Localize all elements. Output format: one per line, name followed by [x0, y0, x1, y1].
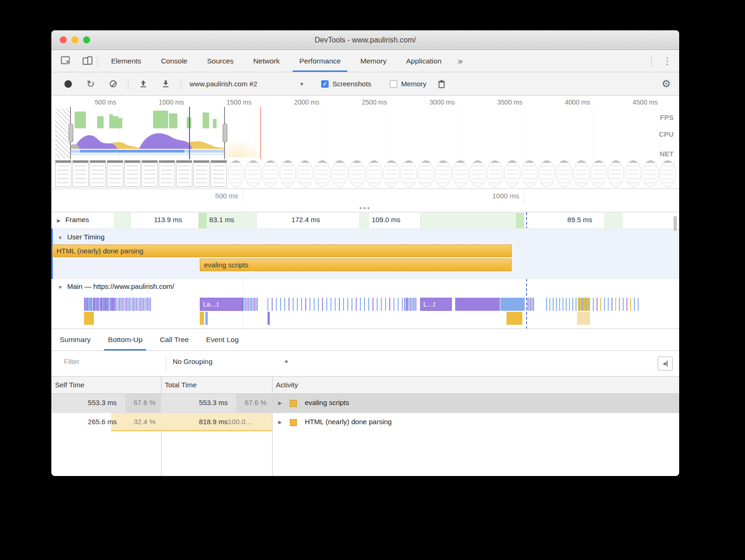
collapse-arrow-icon[interactable]: ▼ [58, 235, 63, 240]
screenshots-label[interactable]: Screenshots [332, 80, 371, 88]
selection-handle-left[interactable] [70, 107, 71, 159]
minimize-window-button[interactable] [71, 36, 78, 43]
tracks-scrollbar[interactable] [674, 216, 677, 231]
frame-block[interactable] [604, 213, 622, 228]
filmstrip-thumbnail[interactable] [159, 160, 175, 187]
filmstrip-thumbnail[interactable] [366, 160, 382, 187]
main-flame-chart[interactable]: La…t L…t [55, 298, 677, 328]
expand-arrow-icon[interactable]: ▶ [278, 420, 282, 425]
filmstrip-thumbnail[interactable] [401, 160, 417, 187]
filmstrip-thumbnail[interactable] [55, 160, 71, 187]
flame-chart-tracks[interactable]: ▶ Frames 113.9 ms83.1 ms172.4 ms109.0 ms… [51, 212, 679, 329]
frame-block[interactable] [198, 213, 207, 228]
timeline-overview[interactable]: 500 ms1000 ms1500 ms2000 ms2500 ms3000 m… [51, 96, 679, 189]
filmstrip-thumbnail[interactable] [487, 160, 503, 187]
filmstrip-thumbnail[interactable] [590, 160, 607, 187]
zoom-window-button[interactable] [83, 36, 90, 43]
filmstrip-thumbnail[interactable] [262, 160, 279, 187]
grouping-select[interactable]: No Grouping [173, 357, 212, 365]
filmstrip-thumbnail[interactable] [539, 160, 555, 187]
tab-call-tree[interactable]: Call Tree [160, 329, 189, 350]
tab-bottom-up[interactable]: Bottom-Up [108, 329, 142, 350]
filmstrip-thumbnail[interactable] [72, 160, 89, 187]
user-timing-bar[interactable]: evaling scripts [200, 259, 512, 271]
filmstrip-thumbnail[interactable] [176, 160, 192, 187]
toggle-sidebar-button[interactable]: ◀ [658, 357, 673, 371]
memory-checkbox[interactable] [390, 80, 397, 88]
panel-resize-strip[interactable]: ••• [51, 204, 679, 212]
filmstrip-thumbnail[interactable] [211, 160, 227, 187]
tab-elements[interactable]: Elements [111, 50, 141, 72]
col-total-time[interactable]: Total Time [165, 381, 197, 389]
save-profile-button[interactable] [160, 78, 171, 90]
filmstrip-thumbnail[interactable] [297, 160, 313, 187]
filmstrip-thumbnail[interactable] [193, 160, 210, 187]
tab-summary[interactable]: Summary [60, 329, 91, 350]
filmstrip-thumbnail[interactable] [504, 160, 520, 187]
filmstrip-thumbnail[interactable] [228, 160, 244, 187]
inspect-element-icon[interactable] [61, 56, 73, 66]
table-row[interactable]: 553.3 ms 67.6 % 553.3 ms 67.6 % ▶ evalin… [51, 394, 679, 413]
garbage-collect-button[interactable] [436, 78, 447, 90]
flame-event-layout[interactable]: L…t [420, 298, 452, 311]
clear-profiles-button[interactable] [107, 78, 119, 90]
frame-block[interactable] [359, 213, 369, 228]
kebab-menu-icon[interactable]: ⋮ [663, 51, 672, 71]
filmstrip-thumbnail[interactable] [245, 160, 261, 187]
filmstrip-thumbnail[interactable] [280, 160, 296, 187]
flame-segment [576, 298, 576, 311]
filmstrip-thumbnail[interactable] [141, 160, 158, 187]
frames-track[interactable]: ▶ Frames 113.9 ms83.1 ms172.4 ms109.0 ms… [51, 212, 679, 229]
filmstrip-thumbnail[interactable] [470, 160, 486, 187]
memory-label[interactable]: Memory [401, 80, 426, 88]
filmstrip-thumbnail[interactable] [383, 160, 400, 187]
filmstrip-thumbnail[interactable] [124, 160, 141, 187]
frame-block[interactable] [114, 213, 131, 228]
user-timing-track[interactable]: ▼ User Timing HTML (nearly) done parsing… [51, 229, 679, 279]
gear-icon[interactable]: ⚙ [661, 78, 671, 90]
filmstrip-thumbnail[interactable] [625, 160, 641, 187]
profile-select[interactable]: www.paulirish.com #2 ▼ [190, 80, 304, 88]
selection-handle-right[interactable] [224, 107, 225, 159]
filmstrip-thumbnail[interactable] [608, 160, 624, 187]
tab-application[interactable]: Application [406, 50, 442, 72]
col-activity[interactable]: Activity [276, 381, 298, 389]
filmstrip-thumbnail[interactable] [418, 160, 434, 187]
user-timing-bar[interactable]: HTML (nearly) done parsing [52, 245, 512, 257]
filmstrip-thumbnail[interactable] [556, 160, 572, 187]
reload-and-profile-button[interactable]: ↻ [85, 78, 96, 90]
expand-arrow-icon[interactable]: ▶ [57, 218, 61, 223]
record-button[interactable] [63, 78, 74, 90]
frame-block[interactable] [516, 213, 524, 228]
filmstrip-thumbnail[interactable] [660, 160, 676, 187]
flame-event-layout[interactable]: La…t [200, 298, 243, 311]
main-track-header[interactable]: ▼ Main — https://www.paulirish.com/ [51, 279, 679, 297]
filmstrip-thumbnail[interactable] [90, 160, 106, 187]
filmstrip-thumbnail[interactable] [642, 160, 659, 187]
filmstrip-thumbnail[interactable] [331, 160, 348, 187]
filmstrip-thumbnail[interactable] [107, 160, 123, 187]
close-window-button[interactable] [60, 36, 67, 43]
tab-sources[interactable]: Sources [207, 50, 234, 72]
tab-memory[interactable]: Memory [360, 50, 387, 72]
table-row[interactable]: 265.6 ms 32.4 % 818.9 ms 100.0… ▶ HTML (… [51, 413, 679, 432]
filmstrip-thumbnail[interactable] [521, 160, 538, 187]
expand-arrow-icon[interactable]: ▶ [278, 400, 282, 406]
tab-console[interactable]: Console [161, 50, 188, 72]
filmstrip-thumbnail[interactable] [452, 160, 469, 187]
device-toolbar-icon[interactable] [82, 56, 93, 66]
load-profile-button[interactable] [138, 78, 149, 90]
tab-event-log[interactable]: Event Log [206, 329, 239, 350]
collapse-arrow-icon[interactable]: ▼ [58, 285, 63, 290]
screenshots-checkbox[interactable]: ✓ [321, 80, 329, 88]
tab-network[interactable]: Network [253, 50, 280, 72]
filmstrip-thumbnail[interactable] [349, 160, 365, 187]
filmstrip-thumbnail[interactable] [573, 160, 590, 187]
tab-performance[interactable]: Performance [299, 50, 341, 72]
col-self-time[interactable]: Self Time [55, 381, 84, 389]
filmstrip-thumbnail[interactable] [435, 160, 451, 187]
filter-input[interactable] [63, 357, 156, 366]
frame-block[interactable] [420, 213, 520, 228]
more-tabs-icon[interactable]: » [458, 56, 463, 66]
filmstrip-thumbnail[interactable] [314, 160, 330, 187]
